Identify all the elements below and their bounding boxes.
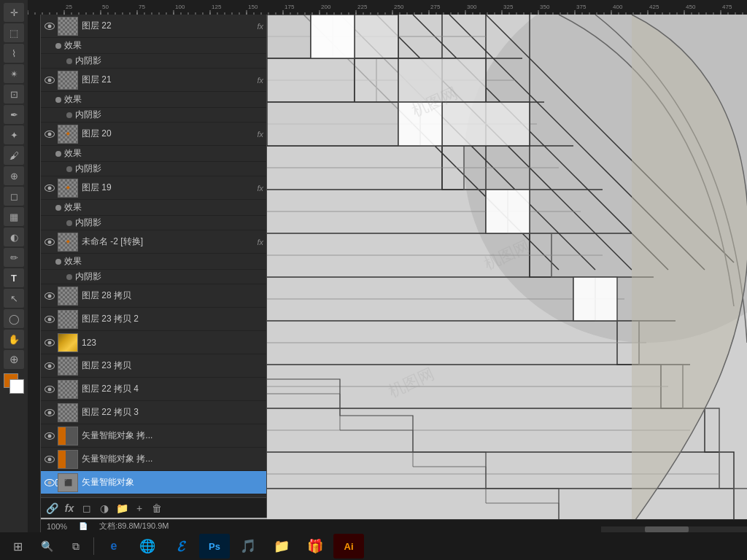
layer-visibility-toggle[interactable] xyxy=(44,360,55,372)
layer-effect-group[interactable]: 效果 xyxy=(41,92,266,108)
layer-name: 图层 23 拷贝 2 xyxy=(82,313,263,325)
files-app[interactable]: 📁 xyxy=(266,534,297,559)
app1[interactable]: 🎵 xyxy=(233,534,263,559)
layer-fx-badge: fx xyxy=(257,130,263,139)
layer-effect-group[interactable]: 效果 xyxy=(41,200,266,216)
svg-marker-38 xyxy=(267,58,355,102)
svg-marker-45 xyxy=(398,102,442,146)
svg-marker-36 xyxy=(267,15,311,58)
gradient-tool[interactable]: ▦ xyxy=(4,207,24,226)
layer-item[interactable]: ✦ 图层 20 fx xyxy=(41,122,266,146)
edge-legacy-app[interactable]: e xyxy=(98,534,129,559)
layer-item[interactable]: 矢量智能对象 拷... xyxy=(41,424,266,448)
layer-visibility-toggle[interactable] xyxy=(44,74,55,86)
layer-effect-item[interactable]: 内阴影 xyxy=(41,216,266,230)
layer-item-selected[interactable]: ⬛ 矢量智能对象 xyxy=(41,471,266,494)
svg-marker-47 xyxy=(573,277,617,321)
app2[interactable]: 🎁 xyxy=(300,534,330,559)
pen-tool[interactable]: ✏ xyxy=(4,248,24,267)
layer-visibility-toggle[interactable] xyxy=(44,454,55,465)
layer-mask-button[interactable]: ◻ xyxy=(80,502,93,515)
layer-visibility-toggle[interactable] xyxy=(44,290,55,302)
layer-thumbnail xyxy=(58,333,78,352)
layer-thumbnail xyxy=(58,71,78,90)
layer-item[interactable]: 图层 22 拷贝 4 xyxy=(41,378,266,401)
layer-item[interactable]: ✦ 图层 19 fx xyxy=(41,176,266,200)
h-scrollbar-bottom[interactable] xyxy=(601,526,747,532)
svg-marker-43 xyxy=(442,102,530,146)
layer-thumbnail xyxy=(58,287,78,306)
layer-effect-item[interactable]: 内阴影 xyxy=(41,54,266,69)
layer-fx-button[interactable]: fx xyxy=(63,502,76,515)
dodge-tool[interactable]: ◐ xyxy=(4,228,24,246)
eyedropper-tool[interactable]: ✒ xyxy=(4,105,24,124)
path-select-tool[interactable]: ↖ xyxy=(4,289,24,308)
layer-visibility-toggle[interactable] xyxy=(44,314,55,325)
layer-item[interactable]: 123 xyxy=(41,331,266,354)
layer-item[interactable]: 图层 21 fx xyxy=(41,69,266,92)
lasso-tool[interactable]: ⌇ xyxy=(4,44,24,63)
layer-visibility-toggle[interactable] xyxy=(44,20,55,32)
brush-tool[interactable]: 🖌 xyxy=(4,146,24,165)
search-button[interactable]: 🔍 xyxy=(34,534,60,559)
eraser-tool[interactable]: ◻ xyxy=(4,187,24,206)
effect-label: 效果 xyxy=(64,39,263,52)
layer-effect-item[interactable]: 内阴影 xyxy=(41,162,266,176)
layer-visibility-toggle[interactable] xyxy=(44,182,55,194)
layer-visibility-toggle[interactable] xyxy=(44,477,55,489)
effect-label: 效果 xyxy=(64,93,263,106)
layer-effect-item[interactable]: 内阴影 xyxy=(41,270,266,284)
svg-marker-39 xyxy=(355,15,398,58)
layer-item[interactable]: 图层 28 拷贝 xyxy=(41,284,266,308)
layer-visibility-toggle[interactable] xyxy=(44,236,55,248)
heal-tool[interactable]: ✦ xyxy=(4,125,24,144)
task-view-button[interactable]: ⧉ xyxy=(63,534,89,559)
illustrator-app[interactable]: Ai xyxy=(333,534,364,559)
hand-tool[interactable]: ✋ xyxy=(4,330,24,349)
layer-visibility-toggle[interactable] xyxy=(44,337,55,349)
layer-item[interactable]: ✦ 未命名 -2 [转换] fx xyxy=(41,230,266,254)
layer-fx-badge: fx xyxy=(257,76,263,85)
layer-visibility-toggle[interactable] xyxy=(44,407,55,419)
layer-visibility-toggle[interactable] xyxy=(44,128,55,140)
edge-app[interactable]: 𝓔 xyxy=(166,534,196,559)
shape-tool[interactable]: ◯ xyxy=(4,309,24,328)
layer-visibility-toggle[interactable] xyxy=(44,384,55,395)
layer-thumbnail: ✦ xyxy=(58,233,78,252)
start-button[interactable]: ⊞ xyxy=(4,534,31,559)
layer-item[interactable]: 图层 22 拷贝 3 xyxy=(41,401,266,424)
layer-item[interactable]: 图层 22 fx xyxy=(41,15,266,38)
taskbar-separator xyxy=(93,537,94,555)
photoshop-app[interactable]: Ps xyxy=(199,534,230,559)
layer-name: 图层 28 拷贝 xyxy=(82,289,263,302)
adjustment-layer-button[interactable]: ◑ xyxy=(98,502,111,515)
clone-tool[interactable]: ⊕ xyxy=(4,166,24,185)
layer-effect-group[interactable]: 效果 xyxy=(41,254,266,270)
crop-tool[interactable]: ⊡ xyxy=(4,85,24,104)
chrome-app[interactable]: 🌐 xyxy=(132,534,163,559)
zoom-tool[interactable]: ⊕ xyxy=(4,350,24,369)
layer-effect-item[interactable]: 内阴影 xyxy=(41,108,266,122)
color-swatch[interactable] xyxy=(4,373,24,394)
layer-item[interactable]: 图层 23 拷贝 xyxy=(41,354,266,378)
layer-effect-group[interactable]: 效果 xyxy=(41,38,266,54)
layer-visibility-toggle[interactable] xyxy=(44,430,55,442)
h-scroll-indicator xyxy=(645,526,689,532)
new-layer-button[interactable]: + xyxy=(133,502,146,515)
magic-wand-tool[interactable]: ✴ xyxy=(4,64,24,83)
link-layers-button[interactable]: 🔗 xyxy=(45,502,58,515)
layer-name: 图层 22 拷贝 4 xyxy=(82,383,263,395)
group-layers-button[interactable]: 📁 xyxy=(115,502,128,515)
toolbar: ✛ ⬚ ⌇ ✴ ⊡ ✒ ✦ 🖌 ⊕ ◻ ▦ ◐ ✏ T ↖ ◯ ✋ ⊕ xyxy=(0,0,28,532)
taskbar: ⊞ 🔍 ⧉ e 🌐 𝓔 Ps 🎵 📁 🎁 Ai 100% 📄 文档:89.8M/… xyxy=(0,532,747,560)
layer-effect-group[interactable]: 效果 xyxy=(41,146,266,162)
layer-thumbnail xyxy=(58,450,78,469)
move-tool[interactable]: ✛ xyxy=(4,3,24,22)
layer-item[interactable]: 矢量智能对象 拷... xyxy=(41,448,266,471)
background-color[interactable] xyxy=(9,379,24,394)
delete-layer-button[interactable]: 🗑 xyxy=(150,502,163,515)
layer-name: 矢量智能对象 xyxy=(82,476,263,489)
layer-item[interactable]: 图层 23 拷贝 2 xyxy=(41,308,266,331)
select-rect-tool[interactable]: ⬚ xyxy=(4,23,24,42)
type-tool[interactable]: T xyxy=(4,268,24,287)
